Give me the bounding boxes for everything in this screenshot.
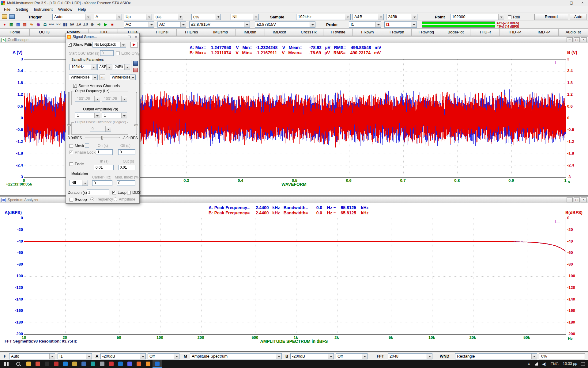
mod-index-input[interactable]: 0: [117, 180, 135, 186]
a-scale-select[interactable]: Off: [148, 353, 179, 359]
freq-a-select[interactable]: 1031.25: [75, 96, 100, 102]
sweep-checkbox[interactable]: Sweep: [70, 197, 87, 202]
spectrum-plot[interactable]: [24, 218, 566, 335]
window-maximize-icon[interactable]: ▢: [566, 0, 577, 6]
amp-b-select[interactable]: 1: [102, 113, 127, 118]
taskbar-app-app-teal[interactable]: [88, 360, 97, 368]
tab-thdres[interactable]: THDres: [177, 29, 206, 36]
slider-handle[interactable]: [67, 125, 71, 126]
freq-b-select[interactable]: 1031.25: [102, 96, 127, 102]
taskbar-app-app-red-circle[interactable]: [51, 360, 61, 368]
channels-select[interactable]: A&B: [352, 14, 384, 20]
bit-depth-select[interactable]: 24Bit: [386, 14, 417, 20]
action-center-icon[interactable]: [581, 362, 585, 366]
ddc-icon[interactable]: DDC: [55, 21, 62, 28]
dialog-close-icon[interactable]: ×: [133, 35, 139, 39]
signal-graph-icon[interactable]: [133, 68, 138, 72]
tab-bodeplot[interactable]: BodePlot: [441, 29, 470, 36]
generator-play-button[interactable]: ▶: [130, 42, 138, 48]
taskbar-app-app-red[interactable]: [33, 360, 42, 368]
loop-checkbox[interactable]: Loop: [112, 190, 126, 195]
cursor-marker-icon[interactable]: [555, 61, 560, 64]
points-select[interactable]: 192000: [450, 14, 504, 20]
phase-lock-checkbox[interactable]: Phase Lock: [70, 150, 96, 155]
trigger-edge-select[interactable]: Up: [124, 14, 152, 20]
probe-b-select[interactable]: I1: [384, 21, 417, 28]
trigger-mode-select[interactable]: Auto: [52, 14, 91, 20]
taskbar-app-app-crimson[interactable]: [107, 360, 116, 368]
run-icon[interactable]: ▶: [102, 21, 109, 28]
taskbar-app-app-gold[interactable]: [70, 360, 79, 368]
duration-input[interactable]: 1: [87, 190, 109, 195]
b-scale-select[interactable]: Off: [336, 353, 368, 359]
tab-imdsmp[interactable]: IMDsmp: [206, 29, 236, 36]
fade-in-input[interactable]: 0.01: [94, 165, 114, 170]
menu-file[interactable]: File: [1, 6, 13, 13]
trigger-level-spinner[interactable]: 0%: [154, 14, 183, 20]
gen-sample-rate-select[interactable]: 192kHz: [70, 64, 96, 70]
taskbar-app-app-window-gray[interactable]: [97, 360, 107, 368]
multimeter-icon[interactable]: ◉: [35, 21, 42, 28]
cursor-marker-icon[interactable]: [555, 220, 560, 223]
spectrum-view-icon[interactable]: ▥: [15, 21, 21, 28]
trigger-source-select[interactable]: A: [94, 14, 122, 20]
tab-imddin[interactable]: IMDdin: [236, 29, 265, 36]
wave-b-select[interactable]: WhiteNoise: [110, 75, 136, 80]
same-across-channels-checkbox[interactable]: Same Across Channels: [73, 83, 120, 88]
stop-icon[interactable]: ■: [109, 21, 116, 28]
record-stream-icon[interactable]: ●: [1, 21, 8, 28]
gen-channels-select[interactable]: A&B: [97, 64, 112, 70]
clock[interactable]: 10:33 μμ: [561, 360, 579, 368]
gen-bits-select[interactable]: 24Bit: [113, 64, 130, 70]
spectrogram-view-icon[interactable]: ▥: [21, 21, 28, 28]
taskbar-app-edge-browser[interactable]: [61, 360, 70, 368]
weighting-a-icon[interactable]: ΔA: [69, 21, 75, 28]
menu-window[interactable]: Window: [55, 6, 75, 13]
window-function-select[interactable]: Rectangle: [455, 353, 537, 359]
ddp-viewer-icon[interactable]: DDP: [48, 21, 55, 28]
taskbar-app-firefox[interactable]: [134, 360, 143, 368]
tray-expand-icon[interactable]: ∧: [526, 362, 533, 366]
dialog-minimize-icon[interactable]: ─: [119, 35, 126, 39]
invert-a-icon[interactable]: ⊥A: [75, 21, 82, 28]
display-mode-select[interactable]: Amplitude Spectrum: [190, 353, 282, 359]
signal-generator-title-bar[interactable]: Signal Gener... ─ ▢ ×: [66, 33, 139, 40]
slider-handle[interactable]: [134, 125, 138, 126]
fft-size-select[interactable]: 2048: [388, 353, 432, 359]
tab-frpwn[interactable]: FRpwn: [353, 29, 382, 36]
coupling-b-select[interactable]: AC: [157, 21, 186, 28]
b-range-select[interactable]: -200dB: [290, 353, 334, 359]
language-indicator[interactable]: ENG: [548, 362, 561, 366]
taskbar-app-app-dark[interactable]: [42, 360, 51, 368]
loopback-select[interactable]: No Loopback: [92, 42, 126, 48]
record-button[interactable]: Record: [534, 14, 568, 20]
a-range-select[interactable]: -200dB: [100, 353, 146, 359]
taskbar-app-multi-instrument[interactable]: [153, 360, 162, 368]
open-file-icon[interactable]: [2, 14, 7, 19]
tab-imdccif[interactable]: IMDccif: [265, 29, 294, 36]
amp-a-select[interactable]: 1: [75, 113, 100, 118]
hpf-select[interactable]: NIL: [231, 14, 259, 20]
sound-device-icon[interactable]: ◀): [96, 21, 102, 28]
taskbar-app-file-explorer[interactable]: [24, 360, 33, 368]
amplitude-slider-b[interactable]: [136, 92, 137, 135]
menu-help[interactable]: Help: [75, 6, 89, 13]
signal-generator-wave-icon[interactable]: ∿: [28, 21, 35, 28]
lcr-meter-icon[interactable]: Ω: [42, 21, 48, 28]
fade-checkbox[interactable]: Fade: [70, 162, 84, 166]
phase-slider[interactable]: [85, 137, 120, 138]
tab-crosstlk[interactable]: CrossTlk: [294, 29, 324, 36]
sweep-amplitude-radio[interactable]: Amplitude: [114, 197, 135, 201]
dialog-maximize-icon[interactable]: ▢: [126, 35, 133, 39]
range-b-select[interactable]: ±2.87815V: [255, 21, 315, 28]
tab-frswlog[interactable]: FRswlog: [412, 29, 441, 36]
fade-out-input[interactable]: 0.01: [118, 165, 135, 170]
menu-setting[interactable]: Setting: [13, 6, 31, 13]
amplitude-slider-a[interactable]: [68, 92, 70, 135]
dds-checkbox[interactable]: DDS: [127, 190, 141, 195]
tab-thdp[interactable]: THD~P: [500, 29, 529, 36]
start-button-icon[interactable]: [0, 360, 13, 368]
probe-a-select[interactable]: I1: [349, 21, 381, 28]
freq-axis-select[interactable]: Auto: [9, 353, 55, 359]
menu-instrument[interactable]: Instrument: [31, 6, 55, 13]
